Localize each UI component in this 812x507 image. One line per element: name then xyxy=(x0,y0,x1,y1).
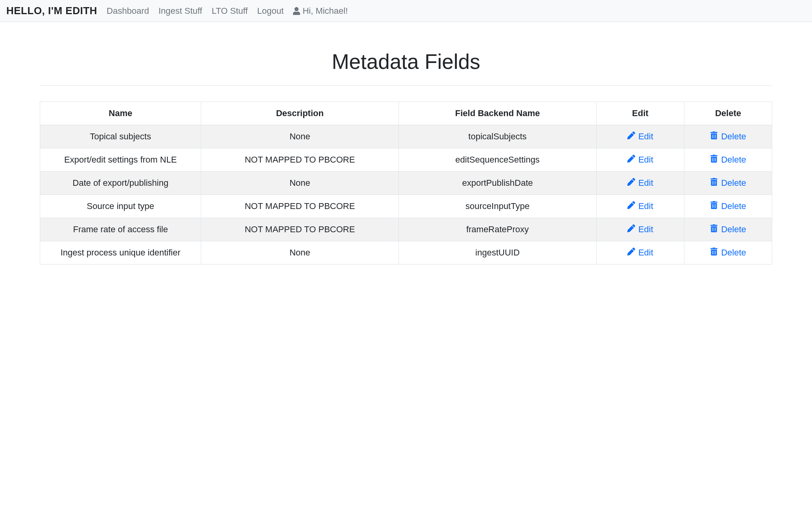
cell-description: None xyxy=(201,125,399,148)
delete-button[interactable]: Delete xyxy=(710,248,746,258)
trash-icon xyxy=(710,248,718,258)
nav-greeting-label: Hi, Michael! xyxy=(302,6,348,16)
cell-description: None xyxy=(201,241,399,265)
navbar: HELLO, I'M EDITH Dashboard Ingest Stuff … xyxy=(0,0,812,22)
page-title: Metadata Fields xyxy=(40,50,772,74)
cell-backend: topicalSubjects xyxy=(399,125,596,148)
cell-delete: Delete xyxy=(684,195,772,218)
delete-label: Delete xyxy=(721,248,746,258)
delete-label: Delete xyxy=(721,155,746,165)
edit-label: Edit xyxy=(638,248,653,258)
cell-delete: Delete xyxy=(684,241,772,265)
trash-icon xyxy=(710,178,718,188)
cell-delete: Delete xyxy=(684,172,772,195)
delete-label: Delete xyxy=(721,201,746,211)
pencil-icon xyxy=(627,248,635,258)
pencil-icon xyxy=(627,131,635,142)
delete-label: Delete xyxy=(721,131,746,142)
th-backend: Field Backend Name xyxy=(399,102,596,125)
table-row: Date of export/publishingNoneexportPubli… xyxy=(40,172,772,195)
nav-link-ingest[interactable]: Ingest Stuff xyxy=(158,6,202,16)
cell-name: Topical subjects xyxy=(40,125,201,148)
delete-button[interactable]: Delete xyxy=(710,224,746,235)
cell-backend: sourceInputType xyxy=(399,195,596,218)
edit-button[interactable]: Edit xyxy=(627,178,653,188)
th-description: Description xyxy=(201,102,399,125)
cell-delete: Delete xyxy=(684,218,772,241)
edit-button[interactable]: Edit xyxy=(627,224,653,235)
cell-name: Export/edit settings from NLE xyxy=(40,148,201,172)
delete-button[interactable]: Delete xyxy=(710,155,746,165)
table-row: Frame rate of access fileNOT MAPPED TO P… xyxy=(40,218,772,241)
cell-backend: frameRateProxy xyxy=(399,218,596,241)
cell-name: Source input type xyxy=(40,195,201,218)
pencil-icon xyxy=(627,224,635,235)
edit-button[interactable]: Edit xyxy=(627,155,653,165)
edit-button[interactable]: Edit xyxy=(627,131,653,142)
pencil-icon xyxy=(627,155,635,165)
title-divider xyxy=(40,85,772,86)
cell-edit: Edit xyxy=(596,218,684,241)
cell-edit: Edit xyxy=(596,241,684,265)
table-row: Ingest process unique identifierNoneinge… xyxy=(40,241,772,265)
nav-link-lto[interactable]: LTO Stuff xyxy=(211,6,248,16)
navbar-brand[interactable]: HELLO, I'M EDITH xyxy=(6,5,97,17)
metadata-fields-table: Name Description Field Backend Name Edit… xyxy=(40,102,772,265)
cell-edit: Edit xyxy=(596,172,684,195)
nav-link-user-greeting[interactable]: Hi, Michael! xyxy=(293,6,348,16)
cell-description: None xyxy=(201,172,399,195)
table-row: Source input typeNOT MAPPED TO PBCOREsou… xyxy=(40,195,772,218)
cell-description: NOT MAPPED TO PBCORE xyxy=(201,195,399,218)
nav-link-dashboard[interactable]: Dashboard xyxy=(107,6,149,16)
delete-button[interactable]: Delete xyxy=(710,201,746,211)
pencil-icon xyxy=(627,201,635,211)
th-delete: Delete xyxy=(684,102,772,125)
edit-label: Edit xyxy=(638,155,653,165)
edit-label: Edit xyxy=(638,131,653,142)
trash-icon xyxy=(710,131,718,142)
edit-label: Edit xyxy=(638,178,653,188)
edit-button[interactable]: Edit xyxy=(627,248,653,258)
cell-delete: Delete xyxy=(684,148,772,172)
delete-button[interactable]: Delete xyxy=(710,131,746,142)
cell-name: Ingest process unique identifier xyxy=(40,241,201,265)
edit-label: Edit xyxy=(638,224,653,235)
table-row: Export/edit settings from NLENOT MAPPED … xyxy=(40,148,772,172)
cell-backend: editSequenceSettings xyxy=(399,148,596,172)
cell-description: NOT MAPPED TO PBCORE xyxy=(201,218,399,241)
cell-backend: ingestUUID xyxy=(399,241,596,265)
cell-edit: Edit xyxy=(596,195,684,218)
delete-label: Delete xyxy=(721,178,746,188)
cell-description: NOT MAPPED TO PBCORE xyxy=(201,148,399,172)
nav-link-logout[interactable]: Logout xyxy=(257,6,284,16)
cell-backend: exportPublishDate xyxy=(399,172,596,195)
trash-icon xyxy=(710,201,718,211)
delete-button[interactable]: Delete xyxy=(710,178,746,188)
user-icon xyxy=(293,7,300,15)
th-name: Name xyxy=(40,102,201,125)
edit-button[interactable]: Edit xyxy=(627,201,653,211)
trash-icon xyxy=(710,224,718,235)
delete-label: Delete xyxy=(721,224,746,235)
cell-delete: Delete xyxy=(684,125,772,148)
cell-edit: Edit xyxy=(596,125,684,148)
table-header-row: Name Description Field Backend Name Edit… xyxy=(40,102,772,125)
trash-icon xyxy=(710,155,718,165)
pencil-icon xyxy=(627,178,635,188)
cell-edit: Edit xyxy=(596,148,684,172)
cell-name: Date of export/publishing xyxy=(40,172,201,195)
th-edit: Edit xyxy=(596,102,684,125)
cell-name: Frame rate of access file xyxy=(40,218,201,241)
edit-label: Edit xyxy=(638,201,653,211)
table-row: Topical subjectsNonetopicalSubjectsEditD… xyxy=(40,125,772,148)
